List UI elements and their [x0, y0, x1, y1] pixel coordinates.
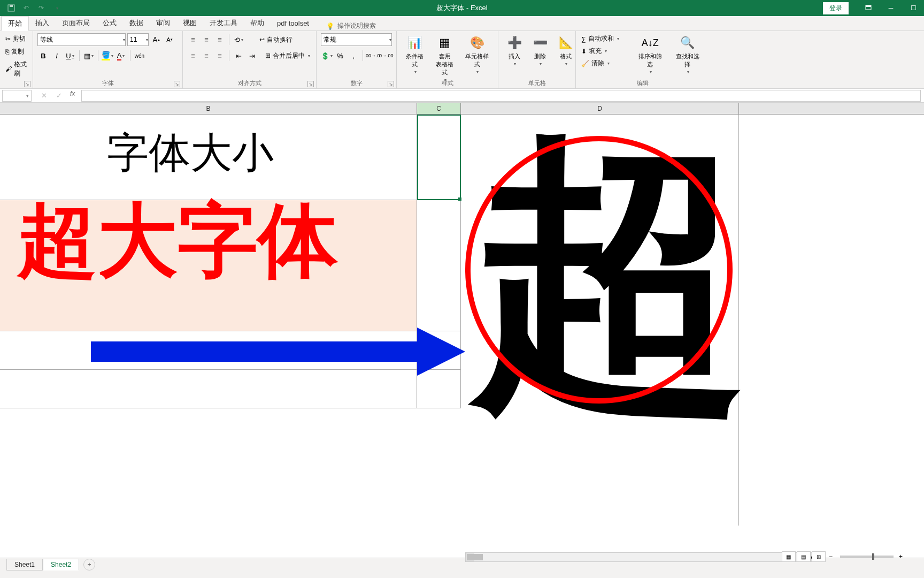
fx-icon[interactable]: fx: [68, 90, 77, 102]
statusbar: [0, 571, 924, 578]
font-name-input[interactable]: 等线▾: [37, 33, 126, 46]
merge-button[interactable]: ⊞合并后居中▾: [264, 50, 311, 62]
orientation-icon[interactable]: ⟲▾: [233, 34, 244, 45]
cell-b1[interactable]: 字体大小: [0, 115, 417, 200]
titlebar: ↶ ↷ ▾ 超大字体 - Excel 登录 ─ ☐: [0, 0, 924, 16]
tab-view[interactable]: 视图: [176, 16, 203, 31]
cell-b2[interactable]: 超大字体: [0, 200, 417, 331]
tab-home[interactable]: 开始: [1, 16, 29, 31]
fill-color-button[interactable]: 🪣▾: [102, 50, 113, 62]
tab-pdf[interactable]: pdf toolset: [271, 16, 315, 31]
indent-increase-icon[interactable]: ⇥: [246, 50, 258, 62]
align-left-icon[interactable]: ≡: [187, 50, 199, 62]
ribbon: ✂剪切 ⎘复制 🖌格式刷 ↘ 等线▾ 11▾ A▴ A▾ B I U▾ ▦▾ 🪣…: [0, 31, 924, 89]
cancel-formula-icon[interactable]: ✕: [38, 90, 50, 102]
font-size-input[interactable]: 11▾: [127, 33, 149, 46]
redo-icon[interactable]: ↷: [35, 2, 47, 14]
group-styles: 📊 条件格式▾ ▦ 套用 表格格式▾ 🎨 单元格样式▾ 样式: [397, 31, 498, 88]
underline-button[interactable]: U▾: [64, 50, 76, 62]
accept-formula-icon[interactable]: ✓: [53, 90, 65, 102]
bold-button[interactable]: B: [37, 50, 49, 62]
group-editing: ∑自动求和▾ ⬇填充▾ 🧹清除▾ A↓Z排序和筛选▾ 🔍查找和选择▾ 编辑: [576, 31, 710, 88]
ribbon-tabs: 开始 插入 页面布局 公式 数据 审阅 视图 开发工具 帮助 pdf tools…: [0, 16, 924, 31]
decrease-font-icon[interactable]: A▾: [164, 34, 175, 45]
tab-formulas[interactable]: 公式: [96, 16, 123, 31]
font-dialog-icon[interactable]: ↘: [174, 81, 180, 87]
login-button[interactable]: 登录: [823, 2, 849, 14]
align-dialog-icon[interactable]: ↘: [307, 81, 314, 87]
align-middle-icon[interactable]: ≡: [201, 34, 212, 45]
increase-decimal-icon[interactable]: .00→.0: [366, 50, 378, 62]
save-icon[interactable]: [5, 2, 17, 14]
editing-group-label: 编辑: [576, 79, 710, 87]
zoom-slider[interactable]: [840, 556, 894, 558]
cell-c2[interactable]: [417, 200, 461, 331]
indent-decrease-icon[interactable]: ⇤: [233, 50, 244, 62]
clipboard-dialog-icon[interactable]: ↘: [24, 81, 30, 87]
tab-data[interactable]: 数据: [123, 16, 150, 31]
scissors-icon: ✂: [5, 35, 11, 43]
tab-dev[interactable]: 开发工具: [203, 16, 244, 31]
group-cells: ➕插入▾ ➖删除▾ 📐格式▾ 单元格: [498, 31, 576, 88]
phonetic-button[interactable]: wén: [134, 50, 145, 62]
styles-group-label: 样式: [397, 79, 498, 87]
cell-c1[interactable]: [417, 115, 461, 200]
sheet-tab-1[interactable]: Sheet1: [6, 559, 43, 571]
window-title: 超大字体 - Excel: [436, 3, 487, 13]
tab-help[interactable]: 帮助: [244, 16, 271, 31]
view-controls: ▦ ▤ ⊞ − +: [782, 551, 903, 562]
currency-icon[interactable]: 💲▾: [321, 50, 333, 62]
horizontal-scrollbar[interactable]: ◂ ▸: [465, 552, 817, 562]
search-icon: 🔍: [679, 34, 696, 51]
increase-font-icon[interactable]: A▴: [150, 34, 162, 45]
insert-icon: ➕: [506, 34, 523, 51]
tab-layout[interactable]: 页面布局: [56, 16, 96, 31]
cell-styles-icon: 🎨: [468, 34, 486, 51]
align-center-icon[interactable]: ≡: [201, 50, 212, 62]
tell-me-search[interactable]: 💡 操作说明搜索: [326, 21, 376, 31]
font-color-button[interactable]: A▾: [115, 50, 127, 62]
name-box[interactable]: [2, 90, 32, 102]
align-bottom-icon[interactable]: ≡: [214, 34, 226, 45]
col-header-b[interactable]: B: [0, 103, 417, 114]
maximize-icon[interactable]: ☐: [903, 1, 924, 16]
align-right-icon[interactable]: ≡: [214, 50, 226, 62]
wrap-text-button[interactable]: ↩自动换行: [258, 34, 294, 45]
number-format-select[interactable]: 常规▾: [321, 33, 392, 46]
normal-view-icon[interactable]: ▦: [782, 551, 796, 562]
comma-icon[interactable]: ,: [348, 50, 359, 62]
clear-button[interactable]: 🧹清除▾: [580, 58, 630, 69]
minimize-icon[interactable]: ─: [880, 1, 902, 16]
formula-input[interactable]: [81, 90, 921, 102]
tab-insert[interactable]: 插入: [29, 16, 56, 31]
group-clipboard: ✂剪切 ⎘复制 🖌格式刷 ↘: [0, 31, 33, 88]
italic-button[interactable]: I: [51, 50, 63, 62]
percent-icon[interactable]: %: [334, 50, 346, 62]
big-red-text: 超大字体: [0, 200, 417, 280]
decrease-decimal-icon[interactable]: .0→.00: [380, 50, 391, 62]
qat-dropdown-icon[interactable]: ▾: [51, 2, 63, 14]
align-group-label: 对齐方式: [183, 79, 316, 87]
painter-button[interactable]: 🖌格式刷: [4, 59, 28, 79]
autosum-button[interactable]: ∑自动求和▾: [580, 33, 630, 44]
tab-review[interactable]: 审阅: [150, 16, 176, 31]
lightbulb-icon: 💡: [326, 22, 334, 30]
number-dialog-icon[interactable]: ↘: [388, 81, 394, 87]
fill-button[interactable]: ⬇填充▾: [580, 45, 630, 57]
undo-icon[interactable]: ↶: [20, 2, 32, 14]
add-sheet-button[interactable]: +: [83, 559, 95, 571]
cells-area[interactable]: 字体大小 超大字体 超: [0, 115, 924, 526]
borders-button[interactable]: ▦▾: [83, 50, 95, 62]
sheet-tab-2[interactable]: Sheet2: [43, 559, 79, 571]
scroll-thumb[interactable]: [467, 554, 483, 560]
page-break-icon[interactable]: ⊞: [812, 551, 826, 562]
cut-button[interactable]: ✂剪切: [4, 33, 28, 44]
col-header-c[interactable]: C: [417, 103, 461, 114]
formula-buttons: ✕ ✓ fx: [34, 90, 81, 102]
group-alignment: ≡ ≡ ≡ ⟲▾ ↩自动换行 ≡ ≡ ≡ ⇤ ⇥ ⊞合并后居中▾ 对齐方式 ↘: [183, 31, 317, 88]
align-top-icon[interactable]: ≡: [187, 34, 199, 45]
page-layout-icon[interactable]: ▤: [797, 551, 811, 562]
copy-button[interactable]: ⎘复制: [4, 46, 28, 57]
svg-rect-3: [866, 5, 871, 7]
ribbon-options-icon[interactable]: [858, 1, 879, 16]
